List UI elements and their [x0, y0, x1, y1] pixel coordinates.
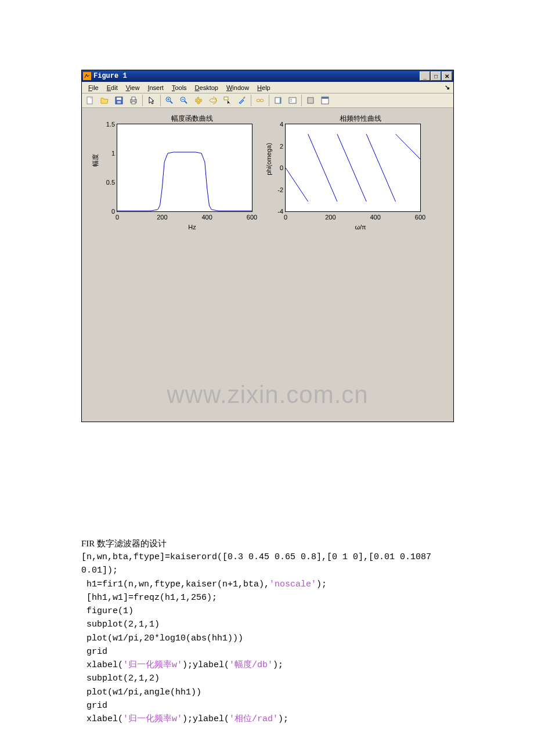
svg-line-12 [185, 101, 187, 103]
section-heading: FIR 数字滤波器的设计 [81, 538, 453, 549]
chart2-line [286, 124, 420, 211]
svg-rect-20 [280, 98, 281, 103]
chart1-ytick: 0 [101, 208, 115, 215]
svg-rect-18 [260, 99, 264, 102]
brush-icon[interactable] [235, 93, 249, 107]
chart1-xtick: 400 [201, 214, 212, 221]
chart2-xtick: 0 [284, 214, 287, 221]
chart1-ytick: 0.5 [101, 179, 115, 186]
svg-line-28 [308, 134, 337, 201]
legend-icon[interactable] [286, 93, 300, 107]
chart2-ytick: -2 [269, 186, 283, 193]
menu-insert[interactable]: Insert [143, 84, 168, 92]
svg-line-29 [337, 134, 366, 201]
chart2-ytick: -4 [269, 208, 283, 215]
svg-rect-5 [132, 97, 135, 100]
chart1-xtick: 600 [247, 214, 257, 221]
menubar: FileEditViewInsertToolsDesktopWindowHelp… [82, 82, 453, 93]
svg-rect-24 [308, 98, 313, 103]
maximize-button[interactable]: □ [431, 71, 441, 81]
chart1-axes: 00.511.50200400600 [117, 124, 252, 212]
close-button[interactable]: ✕ [442, 71, 452, 81]
menu-desktop[interactable]: Desktop [191, 84, 222, 92]
menu-window[interactable]: Window [222, 84, 253, 92]
figure-window: Figure 1 _ □ ✕ FileEditViewInsertToolsDe… [81, 70, 454, 422]
pointer-icon[interactable] [145, 93, 158, 107]
save-icon[interactable] [112, 93, 126, 107]
svg-point-14 [210, 99, 217, 102]
svg-rect-26 [322, 97, 329, 99]
dock-icon[interactable] [318, 93, 332, 107]
minimize-button[interactable]: _ [420, 71, 430, 81]
svg-line-30 [366, 134, 395, 201]
chart2-ytick: 4 [269, 121, 283, 128]
code-block: [n,wn,bta,ftype]=kaiserord([0.3 0.45 0.6… [81, 550, 453, 726]
chart2-ylabel: phi(omega) [265, 143, 272, 175]
menu-help[interactable]: Help [253, 84, 275, 92]
chart1-xtick: 200 [157, 214, 167, 221]
toolbar-separator [269, 95, 269, 106]
svg-line-27 [286, 168, 308, 201]
chart2-xlabel: ω/π [355, 224, 366, 231]
chart2-xtick: 400 [370, 214, 380, 221]
menu-view[interactable]: View [122, 84, 144, 92]
figure-canvas: 幅度函数曲线 00.511.50200400600 幅度 Hz 相频特性曲线 -… [82, 108, 453, 422]
print-icon[interactable] [127, 93, 140, 107]
chart1-ytick: 1 [101, 150, 115, 157]
window-controls: _ □ ✕ [420, 71, 452, 81]
svg-rect-6 [132, 102, 135, 104]
chart2-title: 相频特性曲线 [285, 114, 436, 124]
chart1-title: 幅度函数曲线 [117, 114, 268, 124]
watermark-text: www.zixin.com.cn [167, 381, 368, 409]
chart1-xlabel: Hz [188, 224, 196, 231]
chart2-xtick: 600 [415, 214, 425, 221]
window-title: Figure 1 [93, 72, 420, 80]
svg-line-16 [243, 97, 245, 99]
svg-rect-17 [257, 99, 260, 102]
open-file-icon[interactable] [98, 93, 111, 107]
toolbar-separator [251, 95, 251, 106]
toolbar [82, 93, 453, 108]
chart1-ylabel: 幅度 [91, 154, 100, 167]
svg-rect-15 [224, 97, 228, 100]
window-titlebar: Figure 1 _ □ ✕ [82, 70, 453, 82]
datacursor-icon[interactable] [221, 93, 234, 107]
toolbar-separator [142, 95, 143, 106]
colorbar-icon[interactable] [271, 93, 285, 107]
chart2-xtick: 200 [325, 214, 335, 221]
dock-arrow-icon[interactable]: ↘ [445, 84, 450, 91]
subplot-phase: 相频特性曲线 -4-20240200400600 phi(omega) ω/π [285, 114, 436, 212]
rotate3d-icon[interactable] [206, 93, 220, 107]
toolbar-separator [301, 95, 302, 106]
subplot-magnitude: 幅度函数曲线 00.511.50200400600 幅度 Hz [117, 114, 268, 212]
new-file-icon[interactable] [83, 93, 97, 107]
menu-tools[interactable]: Tools [168, 84, 191, 92]
zoom-out-icon[interactable] [177, 93, 191, 107]
chart2-axes: -4-20240200400600 [285, 124, 421, 212]
chart1-line [117, 124, 252, 211]
chart1-xtick: 0 [116, 214, 119, 221]
svg-rect-3 [117, 101, 121, 103]
svg-rect-21 [289, 98, 296, 103]
chart1-ytick: 1.5 [101, 121, 115, 128]
hide-tools-icon[interactable] [304, 93, 317, 107]
matlab-figure-icon [83, 72, 91, 80]
svg-line-8 [170, 101, 172, 103]
link-icon[interactable] [253, 93, 267, 107]
toolbar-separator [160, 95, 161, 106]
menu-edit[interactable]: Edit [103, 84, 122, 92]
pan-icon[interactable] [192, 93, 205, 107]
svg-rect-2 [117, 98, 121, 100]
menu-file[interactable]: File [84, 84, 103, 92]
svg-line-31 [395, 134, 420, 159]
zoom-in-icon[interactable] [163, 93, 176, 107]
